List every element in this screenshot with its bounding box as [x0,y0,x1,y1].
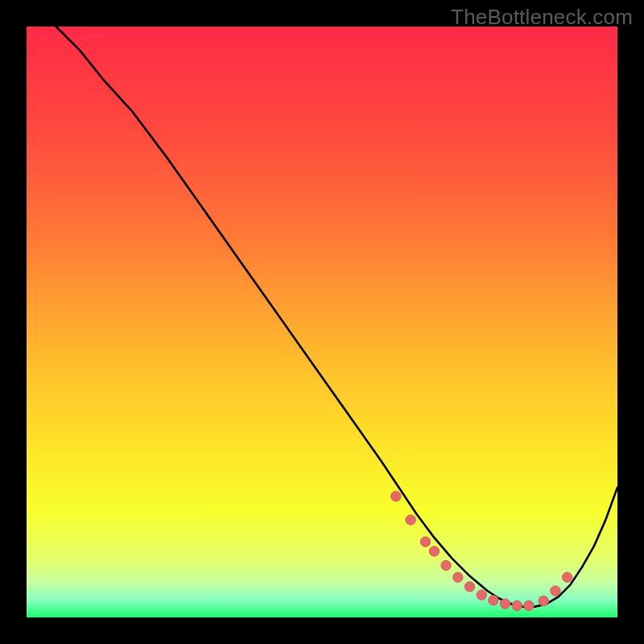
marker-dot [406,515,415,525]
marker-dot [441,560,451,570]
marker-dot [420,537,430,547]
marker-dot [500,599,510,609]
marker-dot [453,572,463,582]
marker-dot [464,582,474,592]
chart-plot-area [27,27,617,617]
marker-dot [562,572,572,582]
chart-svg [27,27,617,617]
marker-dot [477,590,486,600]
marker-dot [429,547,439,556]
marker-dot [489,596,498,605]
marker-dot [524,601,534,610]
chart-frame: TheBottleneck.com [0,0,644,644]
marker-dot [391,491,401,501]
marker-dot [512,601,522,610]
marker-dot [551,586,560,596]
watermark-text: TheBottleneck.com [451,5,633,30]
marker-dot [539,596,548,605]
gradient-background [27,27,617,617]
